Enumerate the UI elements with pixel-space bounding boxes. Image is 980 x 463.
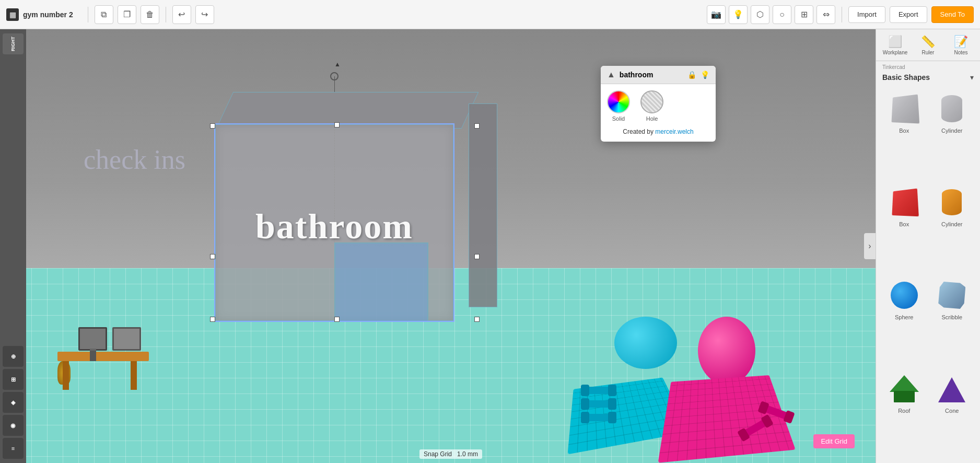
undo-button[interactable]: ↩: [172, 5, 191, 24]
handle-mid-left[interactable]: [210, 254, 215, 259]
box-front-face: bathroom: [214, 123, 454, 322]
dumbbell-1[interactable]: [583, 387, 614, 394]
send-to-button[interactable]: Send To: [931, 6, 974, 23]
checkins-text: check ins: [84, 144, 185, 175]
notes-button[interactable]: 📝 Notes: [951, 33, 972, 56]
shape-box-gray[interactable]: Box: [882, 90, 926, 179]
app-title: gym number 2: [23, 10, 73, 19]
shapes-dropdown[interactable]: Basic Shapes ▾: [876, 71, 980, 86]
right-panel: ⬜ Workplane 📏 Ruler 📝 Notes Tinkercad Ba…: [876, 29, 980, 463]
shape-box-red[interactable]: Box: [882, 183, 926, 273]
shape-button[interactable]: ⬡: [751, 5, 769, 24]
copy-button[interactable]: ⧉: [95, 5, 113, 24]
bathroom-box[interactable]: bathroom ▲: [214, 92, 475, 322]
align-button[interactable]: ⇔: [816, 5, 835, 24]
shape-scribble[interactable]: Scribble: [930, 276, 974, 366]
handle-top-left[interactable]: [210, 123, 215, 129]
notes-label: Notes: [954, 50, 967, 55]
door-area: [334, 242, 428, 321]
magenta-dumbbells[interactable]: [740, 424, 771, 432]
nav-button-5[interactable]: ≡: [3, 438, 24, 459]
magenta-sphere-object[interactable]: [698, 317, 755, 385]
export-button[interactable]: Export: [890, 6, 927, 23]
desk-leg-left: [63, 361, 69, 390]
edit-grid-button[interactable]: Edit Grid: [813, 434, 855, 448]
dumbbell-3[interactable]: [583, 414, 614, 421]
shape-cone[interactable]: Cone: [930, 370, 974, 459]
view-right-button[interactable]: RIGHT: [3, 33, 24, 54]
nav-button-2[interactable]: ⊞: [3, 369, 24, 390]
desk-leg-right: [131, 361, 137, 390]
material-options: Solid Hole: [607, 90, 709, 122]
handle-top-center[interactable]: [334, 122, 340, 128]
handle-bot-right[interactable]: [474, 317, 480, 322]
box-gray-shape: [891, 95, 919, 124]
nav-button-3[interactable]: ◈: [3, 392, 24, 413]
redo-button[interactable]: ↪: [195, 5, 214, 24]
cylinder-orange-shape: [942, 189, 962, 215]
cyan-sphere-object[interactable]: [614, 317, 677, 369]
toolbar-right: Import Export Send To: [848, 6, 974, 23]
light-button[interactable]: 💡: [729, 5, 748, 24]
monitor-2: [112, 327, 141, 351]
handle-bot-center[interactable]: [334, 317, 340, 322]
delete-button[interactable]: 🗑: [141, 5, 159, 24]
hole-material-option[interactable]: Hole: [640, 90, 663, 122]
right-panel-top-actions: ⬜ Workplane 📏 Ruler 📝 Notes: [876, 29, 980, 61]
shape-box-gray-label: Box: [899, 128, 909, 134]
shape-cylinder-gray[interactable]: Cylinder: [930, 90, 974, 179]
shape-sphere-blue[interactable]: Sphere: [882, 276, 926, 366]
handle-mid-right[interactable]: [474, 254, 480, 259]
bathroom-sign-text: bathroom: [255, 206, 413, 247]
snap-grid-value: 1.0 mm: [457, 450, 478, 458]
sidebar-toggle[interactable]: ›: [864, 233, 876, 259]
roof-shape: [891, 375, 918, 402]
nav-button-1[interactable]: ⊕: [3, 346, 24, 367]
hole-icon[interactable]: [640, 90, 663, 113]
handle-top-right[interactable]: [474, 123, 480, 129]
toolbar-center: 📷 💡 ⬡ ○ ⊞ ⇔: [707, 5, 835, 24]
shapes-title: Basic Shapes: [882, 73, 930, 82]
nav-button-4[interactable]: ◉: [3, 415, 24, 436]
app-icon: ▦: [6, 8, 19, 21]
toolbar-separator-2: [166, 7, 166, 22]
workplane-label: Workplane: [883, 50, 908, 55]
creator-link[interactable]: merceir.welch: [655, 128, 693, 135]
info-panel-collapse[interactable]: ▲: [607, 70, 615, 79]
color-wheel-icon[interactable]: [607, 90, 630, 113]
tinkercad-label: Tinkercad: [876, 61, 980, 71]
box-red-icon: [888, 186, 921, 219]
creator-info: Created by merceir.welch: [607, 128, 709, 135]
solid-material-option[interactable]: Solid: [607, 90, 630, 122]
magenta-dumbbell-2[interactable]: [761, 409, 792, 416]
circle-button[interactable]: ○: [773, 5, 791, 24]
camera-button[interactable]: 📷: [707, 5, 726, 24]
roof-icon: [888, 372, 921, 406]
shape-cylinder-orange[interactable]: Cylinder: [930, 183, 974, 273]
cone-shape: [938, 375, 965, 402]
hole-label: Hole: [646, 115, 658, 122]
created-by-text: Created by: [623, 128, 655, 135]
import-button[interactable]: Import: [848, 6, 885, 23]
shape-roof[interactable]: Roof: [882, 370, 926, 459]
grid-button[interactable]: ⊞: [795, 5, 813, 24]
ruler-button[interactable]: 📏 Ruler: [918, 33, 939, 56]
rotation-circle[interactable]: [330, 72, 339, 80]
info-panel-title: bathroom: [620, 71, 683, 79]
dumbbell-2[interactable]: [583, 400, 614, 408]
shapes-dropdown-arrow: ▾: [970, 73, 974, 82]
scribble-shape: [938, 282, 965, 309]
workplane-button[interactable]: ⬜ Workplane: [885, 33, 906, 56]
cyan-dumbbells[interactable]: [583, 387, 614, 421]
cylinder-gray-shape: [941, 95, 962, 122]
info-panel-bulb-icon[interactable]: 💡: [701, 71, 709, 79]
left-sidebar: RIGHT ⊕ ⊞ ◈ ◉ ≡: [0, 29, 26, 463]
info-panel-body: Solid Hole Created by merceir.welch: [601, 84, 716, 142]
workplane-icon: ⬜: [888, 35, 902, 49]
viewport[interactable]: check ins: [26, 29, 876, 463]
duplicate-button[interactable]: ❐: [118, 5, 136, 24]
handle-bot-left[interactable]: [210, 317, 215, 322]
info-panel-lock-icon[interactable]: 🔒: [687, 71, 696, 79]
box-red-shape: [892, 188, 918, 216]
box-gray-icon: [888, 92, 921, 125]
